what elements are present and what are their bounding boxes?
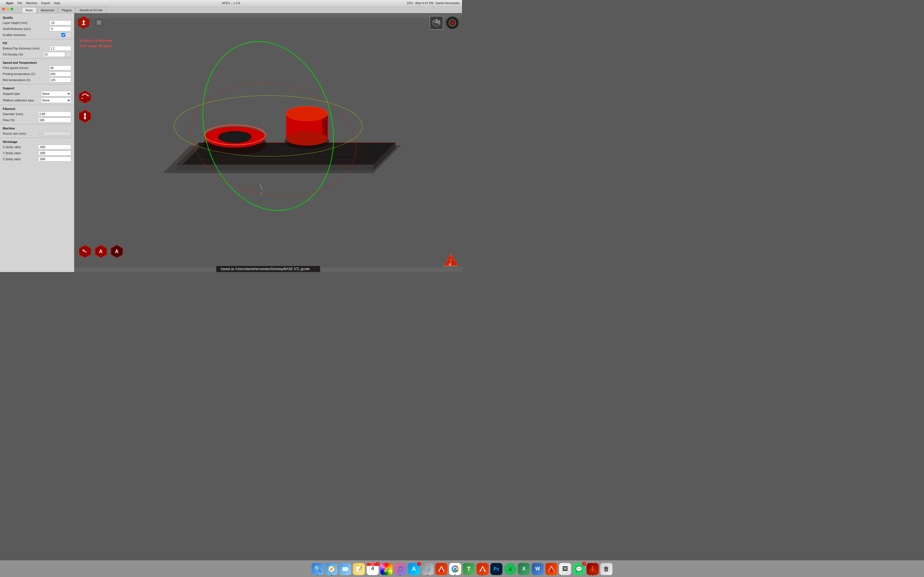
svg-point-48 xyxy=(451,22,454,24)
support-type-row: Support type None Touching buildplate Ev… xyxy=(0,90,74,97)
camera-settings-button[interactable] xyxy=(446,16,459,30)
layer-height-row: Layer height (mm) xyxy=(0,20,74,26)
svg-text:A: A xyxy=(99,249,103,254)
bottom-top-thickness-input[interactable] xyxy=(49,46,71,51)
bottom-toolbar: A A xyxy=(78,245,124,258)
arrange-button[interactable]: A xyxy=(94,245,108,258)
platform-adhesion-row: Platform adhesion type None Brim Raft xyxy=(0,97,74,103)
platform-adhesion-select[interactable]: None Brim Raft xyxy=(41,98,71,103)
svg-rect-58 xyxy=(84,116,86,118)
bottom-top-thickness-row: Bottom/Top thickness (mm) xyxy=(0,45,74,52)
menubar-battery: 10% xyxy=(407,2,413,5)
undo-button[interactable] xyxy=(78,245,92,258)
fill-density-dots[interactable]: ··· xyxy=(66,52,71,57)
shrink-x-label: X (body ratio) xyxy=(3,145,38,149)
status-text: Saved as /Users/danielhernandez/Desktop/… xyxy=(221,267,310,271)
section-shrinkage: Shrinkage xyxy=(0,139,74,144)
nozzle-size-label: Nozzle size (mm) xyxy=(3,132,38,135)
print-speed-input[interactable] xyxy=(49,65,71,70)
tab-startend-gcode[interactable]: Start/End-GCode xyxy=(76,7,106,13)
left-toolbar xyxy=(78,90,92,104)
shrink-y-input[interactable] xyxy=(38,151,71,156)
menubar-user: Daniel Hernandez xyxy=(436,2,460,5)
scale-button[interactable] xyxy=(78,110,92,123)
left-toolbar-2 xyxy=(78,110,92,123)
flow-input[interactable] xyxy=(38,118,71,122)
traffic-lights xyxy=(0,6,15,12)
platform-adhesion-label: Platform adhesion type xyxy=(3,98,41,102)
bed-temp-input[interactable] xyxy=(49,77,71,82)
layer-height-input[interactable] xyxy=(49,20,71,25)
retraction-dots[interactable]: ··· xyxy=(66,32,71,37)
scene-3d: Y xyxy=(74,13,462,272)
menubar-time: Wed 4:47 PM xyxy=(415,2,433,5)
status-bar: Saved as /Users/danielhernandez/Desktop/… xyxy=(216,266,320,272)
support-type-select[interactable]: None Touching buildplate Everywhere xyxy=(41,91,71,97)
section-quality: Quality xyxy=(0,15,74,20)
print-speed-row: Print speed (mm/s) xyxy=(0,65,74,71)
shell-thickness-row: Shell thickness (mm) xyxy=(0,26,74,32)
section-support: Support xyxy=(0,85,74,90)
close-button[interactable] xyxy=(2,8,5,10)
menubar-right: 10% Wed 4:47 PM Daniel Hernandez xyxy=(407,2,460,5)
tab-advanced[interactable]: Advanced xyxy=(37,7,58,13)
shrink-y-label: Y (body ratio) xyxy=(3,152,38,155)
window-title: APEX – 1.3.8 xyxy=(222,2,240,5)
layer-height-label: Layer height (mm) xyxy=(3,21,49,24)
svg-point-19 xyxy=(218,131,252,143)
maximize-button[interactable] xyxy=(10,8,13,10)
menubar: Apex File Machine Expert Help APEX – 1.3… xyxy=(0,0,462,6)
print-time: 5 hours 10 minutes xyxy=(80,38,112,44)
second-toolbar-button[interactable] xyxy=(92,16,106,29)
left-panel: Quality Layer height (mm) Shell thicknes… xyxy=(0,13,74,272)
svg-text:Y: Y xyxy=(260,192,263,196)
bed-temp-label: Bed temperature (C) xyxy=(3,78,49,82)
load-model-button[interactable] xyxy=(77,16,90,29)
diameter-input[interactable] xyxy=(38,111,71,116)
minimize-button[interactable] xyxy=(6,8,9,10)
shell-thickness-input[interactable] xyxy=(49,26,71,31)
apex-logo: A xyxy=(443,252,459,269)
nozzle-size-input xyxy=(38,131,71,136)
svg-point-27 xyxy=(286,131,328,146)
diameter-row: Diameter (mm) xyxy=(0,111,74,117)
section-speed-temp: Speed and Temperature xyxy=(0,60,74,65)
shrink-x-input[interactable] xyxy=(38,145,71,150)
support-type-label: Support type xyxy=(3,92,41,95)
diameter-label: Diameter (mm) xyxy=(3,112,38,116)
toolbar-top-left xyxy=(77,16,106,29)
enable-retraction-row: Enable retraction ··· xyxy=(0,32,74,38)
printing-temp-label: Printing temperature (C) xyxy=(3,72,49,76)
fill-density-row: Fill Density (%) ··· xyxy=(0,52,74,57)
menu-machine[interactable]: Machine xyxy=(26,2,38,5)
shrink-y-row: Y (body ratio) xyxy=(0,150,74,156)
rotate-button[interactable] xyxy=(78,90,92,104)
shell-thickness-label: Shell thickness (mm) xyxy=(3,27,49,31)
svg-text:A: A xyxy=(115,249,118,254)
menu-file[interactable]: File xyxy=(17,2,22,5)
menu-help[interactable]: Help xyxy=(54,2,60,5)
nozzle-size-row: Nozzle size (mm) xyxy=(0,131,74,137)
printing-temp-input[interactable] xyxy=(49,71,71,76)
shrink-z-row: Z (body ratio) xyxy=(0,156,74,162)
status-close[interactable]: ✕ xyxy=(313,267,316,271)
viewport: Y 5 hours 10 minutes 5.07 meter 40 gram xyxy=(74,13,462,272)
tab-plugins[interactable]: Plugins xyxy=(58,7,75,13)
view-cube-button[interactable] xyxy=(430,16,443,30)
main-window: Basic Advanced Plugins Start/End-GCode Q… xyxy=(0,6,462,272)
print-material: 5.07 meter 40 gram xyxy=(80,44,112,49)
align-button[interactable]: A xyxy=(110,245,124,258)
fill-density-input[interactable] xyxy=(43,52,65,57)
flow-row: Flow (%) xyxy=(0,117,74,123)
section-machine: Machine xyxy=(0,126,74,131)
printing-temp-row: Printing temperature (C) xyxy=(0,71,74,77)
print-info: 5 hours 10 minutes 5.07 meter 40 gram xyxy=(80,38,112,48)
shrink-z-input[interactable] xyxy=(38,156,71,161)
svg-rect-37 xyxy=(82,24,85,25)
svg-text:A: A xyxy=(449,263,451,266)
tab-basic[interactable]: Basic xyxy=(22,7,37,13)
enable-retraction-checkbox[interactable] xyxy=(61,33,65,37)
menu-apex[interactable]: Apex xyxy=(6,2,13,5)
fill-density-label: Fill Density (%) xyxy=(3,53,43,56)
menu-expert[interactable]: Expert xyxy=(41,2,50,5)
